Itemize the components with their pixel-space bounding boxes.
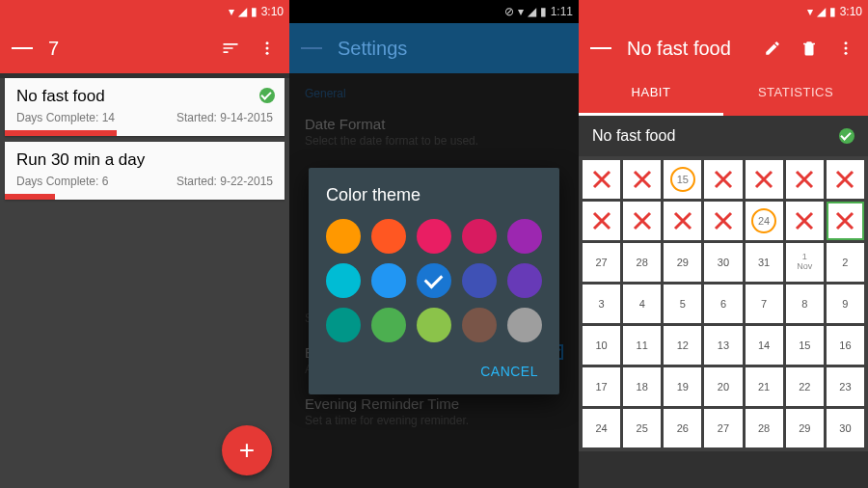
calendar-cell[interactable]: 24 xyxy=(746,202,783,240)
calendar-cell[interactable] xyxy=(623,160,661,199)
color-swatch[interactable] xyxy=(507,219,542,254)
calendar-cell[interactable]: 24 xyxy=(583,409,620,447)
menu-icon[interactable] xyxy=(301,38,322,59)
calendar-cell[interactable]: 9 xyxy=(827,285,864,323)
add-habit-fab[interactable]: + xyxy=(222,425,272,475)
calendar-cell[interactable]: 29 xyxy=(664,243,701,282)
calendar-cell[interactable]: 10 xyxy=(583,326,620,365)
started-date: Started: 9-14-2015 xyxy=(176,111,273,124)
calendar-cell[interactable]: 27 xyxy=(704,409,742,447)
color-swatch[interactable] xyxy=(371,308,406,342)
delete-icon[interactable] xyxy=(799,38,820,59)
habit-list: No fast food Days Complete: 14Started: 9… xyxy=(0,78,289,488)
habit-name: Run 30 min a day xyxy=(16,150,273,170)
calendar-cell[interactable]: 14 xyxy=(746,326,783,365)
calendar-cell[interactable]: 4 xyxy=(623,285,661,323)
color-swatch[interactable] xyxy=(462,263,497,298)
calendar-cell[interactable]: 25 xyxy=(623,409,661,447)
complete-check-icon[interactable] xyxy=(839,128,854,144)
calendar-cell[interactable]: 11 xyxy=(623,326,661,365)
habit-name: No fast food xyxy=(16,87,273,106)
color-swatch[interactable] xyxy=(462,308,497,342)
color-swatch[interactable] xyxy=(417,263,451,298)
calendar-cell[interactable]: 18 xyxy=(623,367,661,406)
calendar-cell[interactable]: 5 xyxy=(664,285,701,323)
tab-habit[interactable]: HABIT xyxy=(579,73,723,116)
calendar-cell[interactable] xyxy=(827,202,864,240)
app-bar: No fast food xyxy=(579,23,868,73)
calendar-cell[interactable] xyxy=(704,160,742,199)
overflow-icon[interactable] xyxy=(835,38,856,59)
calendar-cell[interactable] xyxy=(786,160,824,199)
calendar-cell[interactable]: 2 xyxy=(827,243,864,282)
menu-icon[interactable] xyxy=(12,38,33,59)
svg-point-0 xyxy=(266,41,269,44)
calendar-cell[interactable] xyxy=(623,202,661,240)
calendar-cell[interactable] xyxy=(704,202,742,240)
calendar-cell[interactable] xyxy=(786,202,824,240)
battery-icon: ▮ xyxy=(829,5,836,18)
dialog-title: Color theme xyxy=(326,185,542,205)
cancel-button[interactable]: CANCEL xyxy=(476,356,542,387)
calendar-cell[interactable]: 30 xyxy=(704,243,742,282)
color-swatch[interactable] xyxy=(462,219,497,254)
color-swatch[interactable] xyxy=(417,219,451,254)
color-swatch[interactable] xyxy=(326,219,361,254)
menu-icon[interactable] xyxy=(590,38,611,59)
calendar-cell[interactable]: 8 xyxy=(786,285,824,323)
progress-bar xyxy=(5,130,117,136)
calendar-cell[interactable]: 7 xyxy=(746,285,783,323)
app-bar: Settings xyxy=(289,23,579,73)
calendar-cell[interactable]: 13 xyxy=(704,326,742,365)
color-swatch[interactable] xyxy=(326,308,361,342)
calendar-cell[interactable]: 20 xyxy=(704,367,742,406)
calendar-cell[interactable] xyxy=(583,202,620,240)
sort-icon[interactable] xyxy=(220,38,241,59)
detail-title: No fast food xyxy=(627,38,746,60)
calendar-cell[interactable]: 21 xyxy=(746,367,783,406)
calendar-cell[interactable]: 6 xyxy=(704,285,742,323)
calendar-cell[interactable] xyxy=(746,160,783,199)
calendar-cell[interactable]: 23 xyxy=(827,367,864,406)
wifi-icon: ▾ xyxy=(807,5,813,18)
screen-settings: ⊘ ▾ ◢ ▮ 1:11 Settings General Date Forma… xyxy=(289,0,579,488)
tab-bar: HABIT STATISTICS xyxy=(579,73,868,116)
calendar-cell[interactable]: 17 xyxy=(583,367,620,406)
dialog-scrim[interactable]: Color theme CANCEL xyxy=(289,73,579,488)
color-swatch[interactable] xyxy=(507,263,542,298)
color-swatch[interactable] xyxy=(326,263,361,298)
edit-icon[interactable] xyxy=(762,38,783,59)
svg-point-2 xyxy=(266,52,269,55)
status-time: 1:11 xyxy=(551,5,573,18)
calendar-cell[interactable]: 31 xyxy=(746,243,783,282)
calendar-cell[interactable] xyxy=(827,160,864,199)
calendar-cell[interactable]: 30 xyxy=(827,409,864,447)
wifi-icon: ▾ xyxy=(229,5,234,18)
color-swatch[interactable] xyxy=(417,308,451,342)
calendar-cell[interactable]: 22 xyxy=(786,367,824,406)
calendar-cell[interactable]: 19 xyxy=(664,367,701,406)
color-swatch[interactable] xyxy=(507,308,542,342)
calendar-cell[interactable] xyxy=(664,202,701,240)
battery-icon: ▮ xyxy=(251,5,258,18)
calendar-cell[interactable]: 26 xyxy=(664,409,701,447)
habit-name-row: No fast food xyxy=(579,116,868,156)
calendar-cell[interactable]: 3 xyxy=(583,285,620,323)
calendar-cell[interactable]: 1Nov xyxy=(786,243,824,282)
screen-habit-list: ▾ ◢ ▮ 3:10 7 No fast food Days Complete:… xyxy=(0,0,289,488)
calendar-cell[interactable]: 29 xyxy=(786,409,824,447)
calendar-cell[interactable]: 15 xyxy=(786,326,824,365)
calendar-cell[interactable]: 28 xyxy=(746,409,783,447)
calendar-cell[interactable]: 27 xyxy=(583,243,620,282)
tab-statistics[interactable]: STATISTICS xyxy=(723,73,868,116)
calendar-cell[interactable]: 12 xyxy=(664,326,701,365)
habit-card[interactable]: Run 30 min a day Days Complete: 6Started… xyxy=(5,142,285,200)
calendar-cell[interactable]: 15 xyxy=(664,160,701,199)
calendar-cell[interactable] xyxy=(583,160,620,199)
calendar-cell[interactable]: 28 xyxy=(623,243,661,282)
calendar-cell[interactable]: 16 xyxy=(827,326,864,365)
habit-card[interactable]: No fast food Days Complete: 14Started: 9… xyxy=(5,78,285,136)
color-swatch[interactable] xyxy=(371,263,406,298)
color-swatch[interactable] xyxy=(371,219,406,254)
overflow-icon[interactable] xyxy=(257,38,278,59)
